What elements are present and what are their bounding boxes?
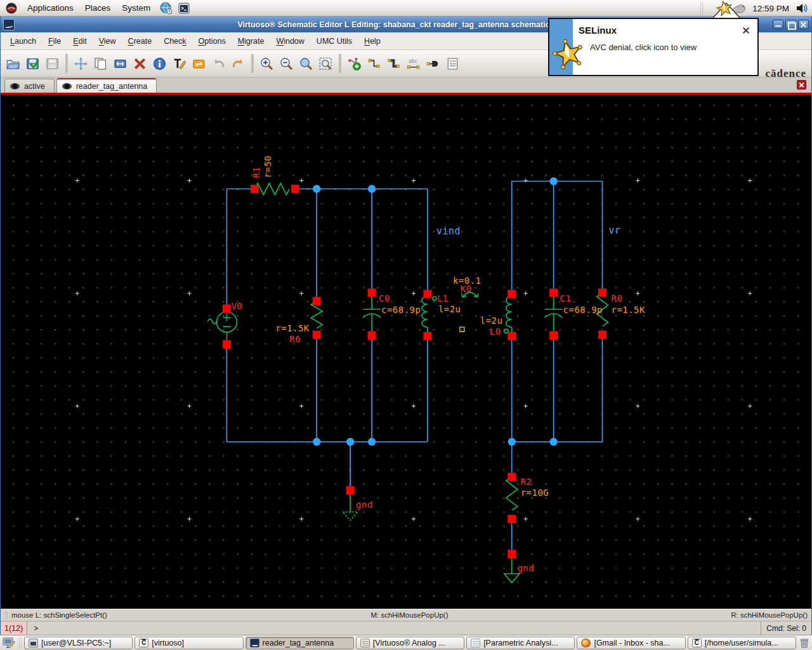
inductor-L1[interactable]	[422, 294, 436, 336]
pin-terminal[interactable]	[368, 331, 376, 340]
wire-net-right[interactable]	[512, 182, 603, 554]
schematic-label[interactable]: L0	[490, 326, 501, 336]
pin-terminal[interactable]	[549, 289, 558, 297]
selinux-panel-star-icon[interactable]	[714, 0, 735, 17]
maximize-button[interactable]	[785, 20, 796, 29]
capacitor-C0[interactable]	[363, 293, 381, 335]
volume-icon[interactable]	[794, 1, 809, 15]
junction-dot[interactable]	[346, 438, 354, 446]
move-button[interactable]	[71, 54, 91, 74]
pin-terminal[interactable]	[508, 473, 516, 481]
task-button[interactable]: [Virtuoso® Analog ...	[356, 637, 464, 649]
pin-terminal[interactable]	[598, 331, 606, 339]
vsource-V0[interactable]	[207, 308, 237, 344]
junction-dot[interactable]	[368, 438, 376, 446]
trash-icon[interactable]	[798, 637, 811, 649]
selinux-notification[interactable]: SELinux AVC denial, click icon to view	[548, 18, 759, 76]
open-button[interactable]	[3, 54, 23, 74]
schematic-label[interactable]: R6	[289, 334, 301, 344]
stretch-button[interactable]	[110, 54, 130, 74]
task-button[interactable]: [virtuoso]	[134, 637, 243, 649]
pin-terminal[interactable]	[313, 331, 321, 339]
pin-terminal[interactable]	[313, 297, 321, 305]
schematic-label[interactable]: r=10G	[521, 488, 549, 498]
save-button[interactable]	[43, 54, 62, 74]
edit-labels-button[interactable]	[169, 54, 189, 74]
schematic-canvas[interactable]: R1r=50V0r=1.5KR6C0c=68.9pL1l=2uk=0.1K0vi…	[1, 93, 811, 609]
copy-button[interactable]	[91, 54, 110, 74]
command-prompt[interactable]: >	[27, 624, 44, 633]
pin-terminal[interactable]	[598, 289, 606, 297]
menu-launch[interactable]: Launch	[6, 34, 41, 48]
menu-migrate[interactable]: Migrate	[233, 34, 269, 48]
schematic-label[interactable]: C1	[560, 293, 572, 303]
redo-button[interactable]	[228, 54, 248, 74]
resistor-R2[interactable]	[506, 477, 518, 510]
schematic-label[interactable]: l=2u	[480, 315, 503, 326]
junction-dot[interactable]	[549, 438, 557, 446]
task-button[interactable]: [user@VLSI-PC5:~]	[24, 637, 133, 649]
menu-create[interactable]: Create	[124, 34, 157, 48]
check-and-save-button[interactable]	[23, 54, 43, 74]
zoom-to-selected-button[interactable]	[296, 54, 316, 74]
pin-terminal[interactable]	[423, 332, 431, 340]
schematic-label[interactable]: r=1.5K	[611, 305, 645, 315]
schematic-label[interactable]: c=68.9p	[381, 305, 421, 315]
create-pin-button[interactable]	[423, 54, 443, 74]
pin-terminal[interactable]	[508, 290, 516, 298]
pin-terminal[interactable]	[346, 486, 355, 494]
web-browser-icon[interactable]	[159, 1, 174, 15]
panel-menu-system[interactable]: System	[116, 1, 156, 15]
schematic-label[interactable]: C0	[379, 293, 390, 303]
task-button[interactable]: [/home/user/simula...	[688, 637, 796, 649]
properties-button[interactable]	[150, 54, 169, 74]
pin-terminal[interactable]	[368, 289, 376, 297]
panel-grip[interactable]	[700, 2, 704, 15]
tab-active[interactable]: active	[4, 79, 55, 93]
schematic-label[interactable]: R2	[521, 477, 532, 487]
menu-view[interactable]: View	[95, 34, 121, 48]
pin-terminal[interactable]	[423, 290, 431, 298]
selinux-star-icon[interactable]	[551, 38, 587, 75]
menu-help[interactable]: Help	[360, 34, 385, 48]
pin-terminal[interactable]	[223, 340, 231, 348]
menu-umc-utils[interactable]: UMC Utils	[312, 34, 357, 48]
schematic-label[interactable]: c=68.9p	[563, 305, 603, 315]
notification-close-icon[interactable]	[742, 27, 750, 34]
pin-terminal[interactable]	[549, 331, 558, 340]
schematic-label[interactable]: V0	[231, 301, 242, 311]
statusbar-grip[interactable]	[4, 611, 8, 620]
menu-edit[interactable]: Edit	[69, 34, 91, 48]
inductor-L0[interactable]	[504, 294, 512, 336]
taskbar-grip[interactable]	[18, 637, 22, 649]
zoom-out-button[interactable]	[277, 54, 296, 74]
pin-terminal[interactable]	[508, 550, 516, 558]
create-wide-wire-button[interactable]	[384, 54, 403, 74]
pin-terminal[interactable]	[223, 305, 231, 313]
pin-terminal[interactable]	[508, 332, 516, 340]
tab-reader-tag-antenna[interactable]: reader_tag_antenna	[56, 78, 157, 93]
create-note-button[interactable]	[443, 54, 462, 74]
schematic-label[interactable]: r=50	[263, 156, 273, 178]
descend-edit-button[interactable]	[189, 54, 209, 74]
schematic-label[interactable]: R1	[251, 167, 261, 178]
schematic-label[interactable]: vr	[609, 225, 621, 236]
schematic-label[interactable]: l=2u	[438, 304, 461, 314]
minimize-button[interactable]	[773, 20, 783, 29]
task-button[interactable]: [Parametric Analysi...	[466, 637, 575, 649]
pin-terminal[interactable]	[508, 515, 516, 523]
terminal-launcher-icon[interactable]	[176, 1, 192, 15]
create-instance-button[interactable]	[344, 54, 364, 74]
zoom-fit-button[interactable]	[316, 54, 336, 74]
schematic-label[interactable]: gnd	[518, 563, 535, 573]
create-wire-button[interactable]	[364, 54, 384, 74]
create-wire-name-button[interactable]: abc	[403, 54, 423, 74]
junction-dot[interactable]	[313, 438, 320, 446]
junction-dot[interactable]	[508, 438, 516, 446]
task-button[interactable]: [Gmail - Inbox - sha...	[577, 637, 685, 649]
menu-check[interactable]: Check	[159, 34, 190, 48]
junction-dot[interactable]	[549, 177, 557, 185]
history-counter[interactable]: 1(12)	[1, 621, 27, 635]
pin-terminal[interactable]	[291, 185, 299, 193]
task-button[interactable]: reader_tag_antenna	[246, 637, 354, 649]
